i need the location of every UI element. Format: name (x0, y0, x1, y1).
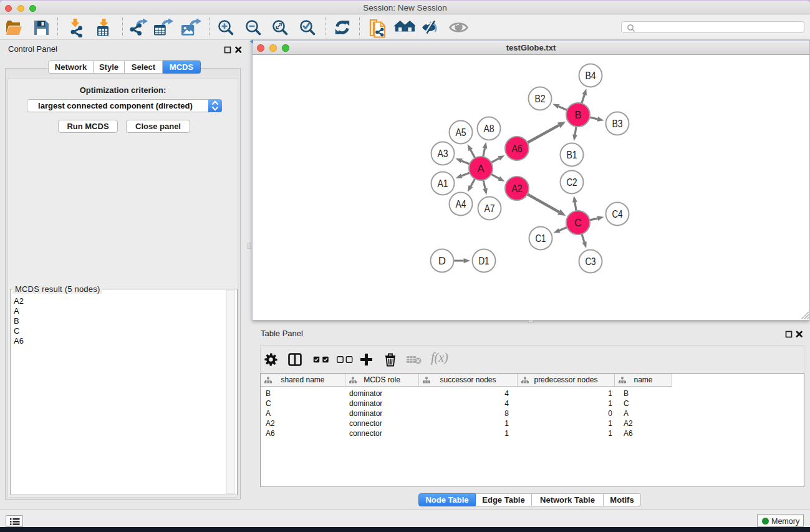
svg-text:B2: B2 (534, 93, 545, 104)
svg-text:B: B (574, 109, 581, 120)
svg-text:C: C (574, 217, 582, 228)
svg-text:C4: C4 (612, 208, 622, 220)
svg-text:A: A (477, 163, 484, 174)
svg-text:A7: A7 (484, 203, 494, 214)
svg-text:A6: A6 (511, 143, 522, 154)
svg-text:C3: C3 (585, 256, 595, 267)
svg-text:A8: A8 (483, 123, 494, 134)
svg-text:B4: B4 (585, 70, 595, 81)
svg-text:A2: A2 (511, 183, 522, 194)
svg-text:D: D (438, 255, 446, 266)
svg-text:A5: A5 (455, 127, 466, 138)
svg-text:B1: B1 (566, 149, 577, 160)
svg-text:D1: D1 (478, 255, 489, 266)
svg-text:C2: C2 (566, 177, 577, 188)
svg-text:B3: B3 (612, 118, 622, 129)
svg-text:A4: A4 (455, 198, 466, 210)
svg-text:A3: A3 (437, 148, 448, 159)
svg-text:C1: C1 (535, 233, 546, 244)
svg-text:A1: A1 (437, 178, 448, 189)
